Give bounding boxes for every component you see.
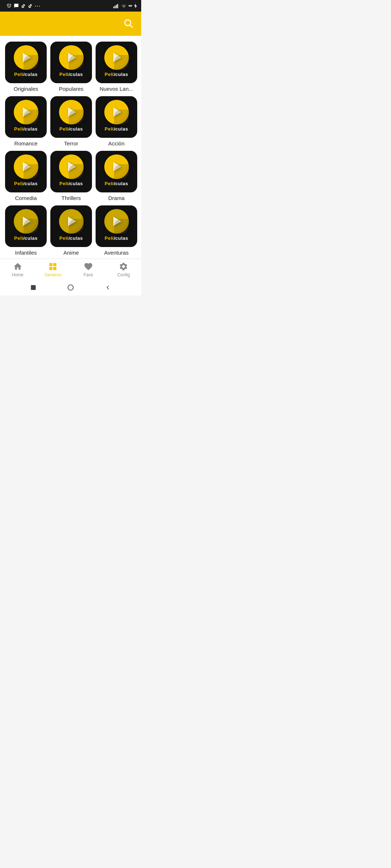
genre-item-thrillers[interactable]: Peliiculas Thrillers bbox=[50, 151, 92, 201]
page-header bbox=[0, 12, 141, 36]
genre-item-terror[interactable]: Peliiculas Terror bbox=[50, 96, 92, 146]
alarm-icon bbox=[7, 3, 12, 8]
brand-culas-accion: culas bbox=[115, 126, 128, 132]
brand-peli-aventuras: Peli bbox=[105, 235, 114, 241]
genre-item-drama[interactable]: Peliiculas Drama bbox=[96, 151, 137, 201]
brand-text-terror: Peliiculas bbox=[59, 127, 83, 131]
genre-label-accion: Acciòn bbox=[108, 140, 125, 146]
status-right bbox=[113, 4, 137, 8]
brand-culas-thrillers: culas bbox=[70, 181, 83, 186]
genre-label-nuevos: Nuevos Lan... bbox=[100, 86, 133, 92]
charging-icon bbox=[134, 4, 137, 8]
status-bar: ··· bbox=[0, 0, 141, 12]
nav-item-config[interactable]: Config bbox=[113, 262, 134, 277]
genre-item-originales[interactable]: Peliiculas Originales bbox=[5, 42, 47, 92]
sys-home-button[interactable] bbox=[67, 284, 75, 292]
genre-icon-populares: Peliiculas bbox=[50, 42, 92, 83]
genre-icon-comedia: Peliiculas bbox=[5, 151, 47, 192]
brand-culas-populares: culas bbox=[70, 72, 83, 77]
status-left: ··· bbox=[4, 3, 41, 9]
brand-culas-terror: culas bbox=[70, 126, 83, 132]
genre-item-anime[interactable]: Peliiculas Anime bbox=[50, 205, 92, 256]
brand-peli-nuevos: Peli bbox=[105, 72, 114, 77]
genre-item-accion[interactable]: Peliiculas Acciòn bbox=[96, 96, 137, 146]
nav-label-home: Home bbox=[12, 272, 24, 277]
svg-line-5 bbox=[130, 25, 132, 27]
nav-item-home[interactable]: Home bbox=[7, 262, 29, 277]
genre-icon-anime: Peliiculas bbox=[50, 205, 92, 247]
svg-rect-9 bbox=[53, 267, 56, 270]
brand-culas-infantiles: culas bbox=[25, 235, 38, 241]
sys-recents-button[interactable] bbox=[104, 284, 112, 292]
play-triangle-comedia bbox=[23, 162, 31, 171]
play-circle-drama bbox=[104, 154, 129, 179]
genre-icon-terror: Peliiculas bbox=[50, 96, 92, 138]
brand-text-nuevos: Peliiculas bbox=[105, 72, 128, 77]
brand-text-populares: Peliiculas bbox=[59, 72, 83, 77]
genre-icon-drama: Peliiculas bbox=[96, 151, 137, 192]
svg-rect-1 bbox=[115, 5, 115, 8]
play-triangle-romance bbox=[23, 107, 31, 117]
brand-peli-thrillers: Peli bbox=[59, 181, 68, 186]
brand-peli-populares: Peli bbox=[59, 72, 68, 77]
svg-rect-8 bbox=[50, 267, 53, 270]
svg-point-11 bbox=[68, 285, 73, 290]
bottom-nav: Home Generos Favs Config bbox=[0, 259, 141, 280]
genre-item-romance[interactable]: Peliiculas Romance bbox=[5, 96, 47, 146]
play-triangle-originales bbox=[23, 53, 31, 62]
genre-label-drama: Drama bbox=[108, 195, 125, 201]
wifi-icon bbox=[121, 4, 127, 8]
genre-item-nuevos[interactable]: Peliiculas Nuevos Lan... bbox=[96, 42, 137, 92]
brand-culas-originales: culas bbox=[25, 72, 38, 77]
nav-label-favs: Favs bbox=[84, 272, 93, 277]
play-triangle-aventuras bbox=[113, 217, 121, 226]
play-circle-accion bbox=[104, 100, 129, 124]
brand-culas-nuevos: culas bbox=[115, 72, 128, 77]
svg-rect-2 bbox=[116, 5, 117, 8]
nav-item-favs[interactable]: Favs bbox=[77, 262, 99, 277]
play-triangle-terror bbox=[68, 107, 76, 117]
brand-peli-infantiles: Peli bbox=[14, 235, 23, 241]
svg-rect-7 bbox=[53, 263, 56, 266]
brand-text-accion: Peliiculas bbox=[105, 127, 128, 131]
tiktok-icon-1 bbox=[21, 4, 26, 8]
brand-culas-comedia: culas bbox=[25, 181, 38, 186]
genre-icon-accion: Peliiculas bbox=[96, 96, 137, 138]
favs-icon bbox=[84, 262, 93, 271]
nav-item-generos[interactable]: Generos bbox=[42, 262, 64, 277]
genre-label-thrillers: Thrillers bbox=[62, 195, 81, 201]
tiktok-icon-2 bbox=[28, 4, 33, 8]
home-icon bbox=[13, 262, 22, 271]
play-circle-infantiles bbox=[14, 209, 38, 234]
genre-item-infantiles[interactable]: Peliiculas Infantiles bbox=[5, 205, 47, 256]
genre-grid: Peliiculas Originales Peliiculas Popular… bbox=[0, 36, 141, 259]
genre-icon-aventuras: Peliiculas bbox=[96, 205, 137, 247]
genre-item-populares[interactable]: Peliiculas Populares bbox=[50, 42, 92, 92]
battery-icon bbox=[129, 5, 132, 7]
signal-icon bbox=[113, 4, 119, 8]
genre-item-aventuras[interactable]: Peliiculas Aventuras bbox=[96, 205, 137, 256]
brand-peli-romance: Peli bbox=[14, 126, 23, 132]
sys-back-button[interactable] bbox=[29, 284, 37, 292]
brand-text-comedia: Peliiculas bbox=[14, 181, 38, 186]
brand-culas-romance: culas bbox=[25, 126, 38, 132]
brand-text-aventuras: Peliiculas bbox=[105, 236, 128, 241]
brand-text-originales: Peliiculas bbox=[14, 72, 38, 77]
genre-item-comedia[interactable]: Peliiculas Comedia bbox=[5, 151, 47, 201]
search-button[interactable] bbox=[122, 17, 135, 31]
play-triangle-accion bbox=[113, 107, 121, 117]
genre-label-comedia: Comedia bbox=[15, 195, 37, 201]
system-nav-bar bbox=[0, 280, 141, 295]
play-circle-aventuras bbox=[104, 209, 129, 234]
search-icon bbox=[123, 18, 133, 28]
svg-rect-3 bbox=[117, 4, 118, 8]
genre-label-romance: Romance bbox=[14, 140, 37, 146]
play-circle-nuevos bbox=[104, 45, 129, 70]
brand-peli-accion: Peli bbox=[105, 126, 114, 132]
brand-peli-originales: Peli bbox=[14, 72, 23, 77]
genre-label-originales: Originales bbox=[14, 86, 38, 92]
brand-culas-anime: culas bbox=[70, 235, 83, 241]
play-circle-romance bbox=[14, 100, 38, 124]
genre-label-populares: Populares bbox=[59, 86, 84, 92]
nav-label-generos: Generos bbox=[45, 272, 61, 277]
